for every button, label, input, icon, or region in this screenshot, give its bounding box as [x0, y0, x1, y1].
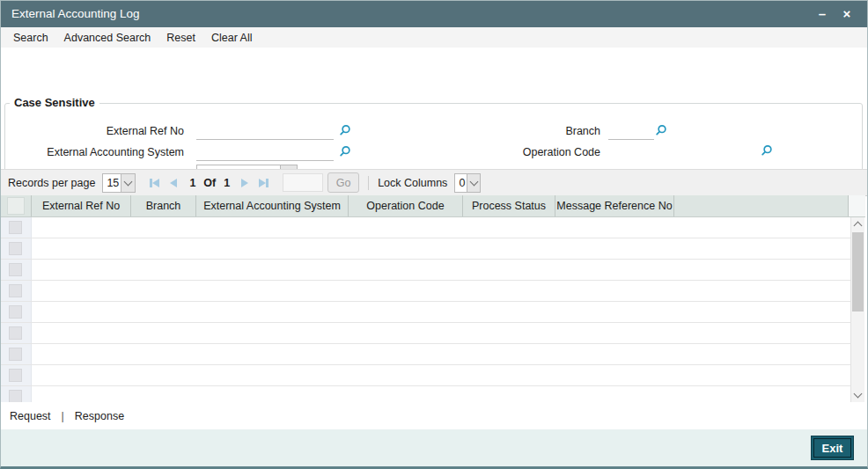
table-row[interactable] [1, 260, 850, 281]
external-ref-no-search-icon[interactable] [338, 124, 351, 137]
column-header-filler [674, 195, 849, 216]
row-selector[interactable] [9, 305, 22, 319]
clear-all-button[interactable]: Clear All [211, 32, 253, 44]
table-row[interactable] [1, 281, 850, 302]
row-selector[interactable] [9, 326, 22, 340]
external-accounting-system-input[interactable] [196, 146, 334, 161]
case-sensitive-legend: Case Sensitive [10, 96, 99, 109]
exit-button[interactable]: Exit [811, 436, 854, 460]
row-selector-cell [1, 365, 32, 385]
external-ref-no-input[interactable] [196, 125, 334, 140]
divider [368, 176, 369, 190]
total-pages: 1 [224, 177, 230, 189]
table-row[interactable] [1, 344, 850, 365]
vertical-scrollbar[interactable] [850, 217, 864, 402]
last-page-icon[interactable] [259, 179, 268, 187]
scroll-up-icon[interactable] [851, 217, 864, 231]
column-header-branch[interactable]: Branch [131, 195, 196, 216]
row-selector[interactable] [9, 221, 22, 234]
select-all-header-cell[interactable] [1, 195, 32, 216]
next-page-icon[interactable] [241, 179, 248, 187]
row-selector-cell [1, 260, 32, 280]
chevron-down-icon[interactable] [121, 174, 135, 192]
row-selector-cell [1, 302, 32, 322]
table-row[interactable] [1, 238, 850, 260]
row-selector-cell [1, 323, 32, 343]
minimize-icon[interactable]: – [813, 1, 832, 27]
column-header-process-status[interactable]: Process Status [463, 195, 555, 216]
search-button[interactable]: Search [13, 32, 48, 44]
column-header-external-accounting-system[interactable]: External Accounting System [196, 195, 349, 216]
column-header-operation-code[interactable]: Operation Code [349, 195, 463, 216]
table-row[interactable] [1, 217, 850, 238]
advanced-search-button[interactable]: Advanced Search [64, 32, 151, 44]
row-selector-cell [1, 386, 32, 402]
records-per-page-label: Records per page [8, 177, 95, 189]
previous-page-icon[interactable] [170, 179, 177, 187]
lock-columns-value: 0 [455, 177, 467, 189]
first-page-icon[interactable] [150, 179, 159, 187]
external-accounting-log-window: External Accounting Log – × Search Advan… [0, 0, 868, 469]
row-selector-cell [1, 344, 32, 364]
goto-page-input[interactable] [283, 173, 323, 192]
row-selector[interactable] [9, 242, 22, 255]
go-button[interactable]: Go [327, 172, 359, 193]
reset-button[interactable]: Reset [166, 32, 195, 44]
grid-header: External Ref No Branch External Accounti… [1, 195, 865, 217]
header-gap [849, 195, 865, 216]
row-selector-cell [1, 238, 32, 259]
row-selector[interactable] [9, 390, 22, 402]
chevron-down-icon[interactable] [467, 174, 480, 192]
link-separator: | [62, 410, 64, 422]
row-selector[interactable] [9, 369, 22, 382]
table-row[interactable] [1, 323, 850, 344]
of-label: Of [203, 177, 216, 189]
window-title: External Accounting Log [11, 1, 140, 27]
scroll-down-icon[interactable] [851, 388, 864, 402]
links-row: Request | Response [1, 402, 867, 429]
table-row[interactable] [1, 365, 850, 386]
records-per-page-value: 15 [103, 177, 121, 189]
branch-input[interactable] [608, 125, 654, 140]
search-panel: Case Sensitive External Ref No External … [1, 48, 867, 169]
operation-code-search-icon[interactable] [760, 144, 773, 158]
pagination-bar: Records per page 15 1 Of 1 Go Lock Colum… [1, 169, 867, 196]
row-selector[interactable] [9, 284, 22, 297]
lock-columns-label: Lock Columns [378, 177, 447, 189]
column-header-message-reference-no[interactable]: Message Reference No [555, 195, 674, 216]
external-accounting-system-search-icon[interactable] [338, 145, 351, 158]
branch-search-icon[interactable] [654, 124, 667, 137]
lock-columns-select[interactable]: 0 [454, 173, 481, 193]
footer-strip: Exit [1, 429, 867, 466]
current-page: 1 [189, 177, 195, 189]
row-selector-cell [1, 217, 32, 238]
column-header-external-ref-no[interactable]: External Ref No [32, 195, 131, 216]
scrollbar-thumb[interactable] [852, 232, 864, 311]
exit-button-label: Exit [822, 442, 843, 455]
branch-label: Branch [423, 125, 600, 137]
table-row[interactable] [1, 386, 850, 402]
external-accounting-system-label: External Accounting System [1, 146, 184, 158]
request-link[interactable]: Request [10, 410, 51, 422]
row-selector-cell [1, 281, 32, 301]
table-row[interactable] [1, 302, 850, 323]
external-ref-no-label: External Ref No [1, 125, 184, 137]
close-icon[interactable]: × [837, 1, 857, 27]
operation-code-label: Operation Code [423, 146, 600, 158]
toolbar: Search Advanced Search Reset Clear All [1, 27, 867, 48]
row-selector[interactable] [9, 263, 22, 276]
select-all-checkbox[interactable] [7, 197, 25, 215]
grid-body-rows [1, 217, 850, 402]
response-link[interactable]: Response [75, 410, 124, 422]
row-selector[interactable] [9, 348, 22, 361]
records-per-page-select[interactable]: 15 [102, 173, 136, 193]
title-bar: External Accounting Log – × [1, 1, 867, 27]
